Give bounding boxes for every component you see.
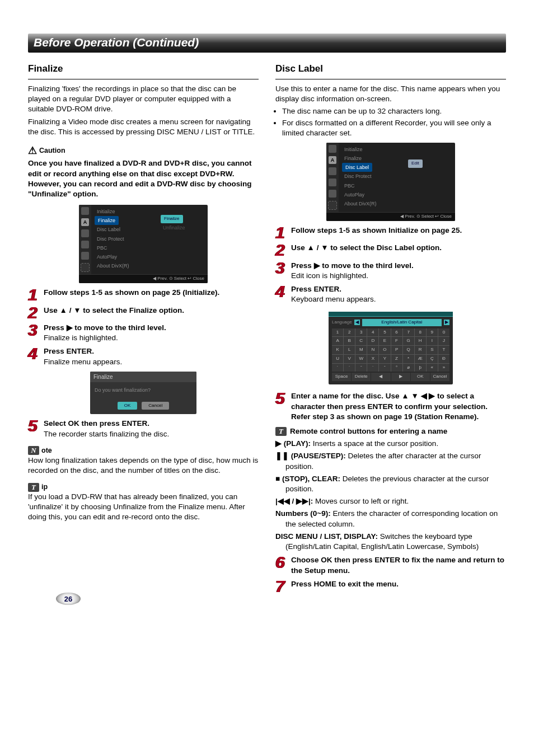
keyboard-key: 3 xyxy=(355,328,367,337)
keyboard-key: C xyxy=(355,337,367,345)
step-title: Use ▲ / ▼ to select the Disc Label optio… xyxy=(291,243,442,252)
keyboard-language-label: Language xyxy=(332,320,352,326)
osd-finalize-button: Finalize xyxy=(161,215,183,223)
tip-t-icon: T xyxy=(275,427,287,436)
step-title: Follow steps 1-5 as shown on page 25 (In… xyxy=(44,288,219,297)
disc-icon xyxy=(81,207,89,215)
folder-icon xyxy=(329,190,336,198)
step-number-icon: 3 xyxy=(275,261,288,275)
step-number-icon: 2 xyxy=(275,243,288,257)
step-title: Follow steps 1-5 as shown Initialize on … xyxy=(291,226,462,234)
keyboard-key: 7 xyxy=(403,328,414,337)
keyboard-screenshot: Language ◀ English/Latin Capital ▶ 12345… xyxy=(275,309,506,387)
remote-heading-row: T Remote control buttons for entering a … xyxy=(275,426,506,436)
osd-sidebar: A xyxy=(79,205,91,274)
step-desc: Finalize menu appears. xyxy=(44,358,122,366)
keyboard-key: O xyxy=(379,346,390,354)
keyboard-key: S xyxy=(427,346,438,354)
step-5: 5 Enter a name for the disc. Use ▲ ▼ ◀ ▶… xyxy=(275,391,506,422)
keyboard-key: ´ xyxy=(332,364,343,372)
step-number-icon: 1 xyxy=(28,288,40,302)
osd-footer: ◀ Prev. ⊙ Select ↩ Close xyxy=(79,274,208,283)
keyboard-key: Z xyxy=(391,355,402,363)
step-2: 2 Use ▲ / ▼ to select the Finalize optio… xyxy=(28,306,259,320)
osd-item: Initialize xyxy=(95,207,155,216)
rule xyxy=(275,79,506,79)
dialog-ok-button: OK xyxy=(118,402,138,410)
remote-item-lead: ▶ (PLAY): xyxy=(275,439,311,448)
osd-item-highlighted: Disc Label xyxy=(342,163,372,172)
keyboard-key: Æ xyxy=(415,355,426,363)
keyboard-key: 5 xyxy=(379,328,390,337)
keyboard-key: K xyxy=(332,346,343,354)
tip-t-icon: T xyxy=(28,483,39,492)
remote-item-lead: ❚❚ (PAUSE/STEP): xyxy=(275,452,346,460)
left-arrow-icon: ◀ xyxy=(354,320,360,325)
note-label: ote xyxy=(41,446,52,456)
step-number-icon: 4 xyxy=(275,284,288,299)
step-desc: The recorder starts finalizing the disc. xyxy=(44,430,169,438)
step-7: 7 Press HOME to exit the menu. xyxy=(275,579,506,594)
remote-item: Numbers (0~9): Enters the character of c… xyxy=(275,509,506,529)
tip-body: If you load a DVD-RW that has already be… xyxy=(28,492,259,523)
osd-item: Finalize xyxy=(342,154,402,163)
keyboard-key: ° xyxy=(391,364,402,372)
keyboard-key: þ xyxy=(415,364,426,372)
keyboard-key: 1 xyxy=(332,328,343,337)
step-3: 3 Press ▶ to move to the third level.Fin… xyxy=(28,323,259,343)
note-n-icon: N xyxy=(28,446,39,455)
bullet-item: For discs formatted on a different Recor… xyxy=(282,118,506,138)
osd-item-highlighted: Finalize xyxy=(95,216,119,225)
step-1: 1 Follow steps 1-5 as shown on page 25 (… xyxy=(28,288,259,302)
keyboard-bottom-key: ◀ xyxy=(371,373,390,381)
keyboard-key: ˜ xyxy=(355,364,367,372)
remote-item-lead: Numbers (0~9): xyxy=(275,509,331,518)
caution-label: Caution xyxy=(39,146,65,156)
keyboard-key: W xyxy=(355,355,367,363)
step-number-icon: 5 xyxy=(275,391,288,406)
keyboard-bottom-key: ▶ xyxy=(391,373,410,381)
osd-unfinalize-ghost: Unfinalize xyxy=(161,223,205,232)
keyboard-key: 9 xyxy=(427,328,438,337)
osd-footer: ◀ Prev. ⊙ Select ↩ Close xyxy=(326,212,455,221)
keyboard-key: « xyxy=(427,364,438,372)
note-body: How long finalization takes depends on t… xyxy=(28,456,259,476)
step-title: Use ▲ / ▼ to select the Finalize option. xyxy=(44,306,184,314)
keyboard-key: 2 xyxy=(344,328,355,337)
tip-label: ip xyxy=(41,482,48,492)
remote-item: DISC MENU / LIST, DISPLAY: Switches the … xyxy=(275,532,506,552)
gear-icon xyxy=(81,263,90,272)
keyboard-key: X xyxy=(367,355,378,363)
osd-item: AutoPlay xyxy=(342,190,402,199)
step-number-icon: 6 xyxy=(275,555,288,570)
folder-icon xyxy=(81,252,89,260)
rule xyxy=(28,79,259,79)
remote-item-lead: |◀◀ / ▶▶|: xyxy=(275,497,313,505)
disc-label-intro: Use this to enter a name for the disc. T… xyxy=(275,84,506,104)
step-title: Press ▶ to move to the third level. xyxy=(44,323,166,332)
osd-right-panel: Edit xyxy=(406,143,455,212)
keyboard-key: U xyxy=(332,355,343,363)
keyboard-key: * xyxy=(403,355,414,363)
keyboard-key: M xyxy=(355,346,367,354)
right-column: Disc Label Use this to enter a name for … xyxy=(275,63,506,597)
osd-item: About DivX(R) xyxy=(95,261,155,270)
page-number-badge: 26 xyxy=(56,593,81,605)
keyboard-key: Đ xyxy=(438,355,449,363)
keyboard-key: A xyxy=(332,337,343,345)
step-number-icon: 1 xyxy=(275,226,288,240)
remote-item-lead: DISC MENU / LIST, DISPLAY: xyxy=(275,532,378,541)
keyboard-grid: 1234567890ABCDEFGHIJKLMNOPQRSTUVWXYZ*ÆÇĐ… xyxy=(332,328,449,372)
keyboard-key: » xyxy=(438,364,449,372)
dialog-title: Finalize xyxy=(90,372,196,383)
step-4: 4 Press ENTER.Finalize menu appears. xyxy=(28,346,259,367)
section-banner: Before Operation (Continued) xyxy=(28,34,506,53)
keyboard-key: J xyxy=(438,337,449,345)
keyboard-key: T xyxy=(438,346,449,354)
keyboard-key: ø xyxy=(403,364,414,372)
osd-sidebar: A xyxy=(326,143,339,212)
osd-item: AutoPlay xyxy=(95,252,155,261)
osd-item: Initialize xyxy=(342,145,402,154)
finalize-osd-screenshot: A Initialize Finalize Disc Label Disc Pr… xyxy=(28,205,259,283)
disc-label-osd-screenshot: A Initialize Finalize Disc Label Disc Pr… xyxy=(275,143,506,221)
